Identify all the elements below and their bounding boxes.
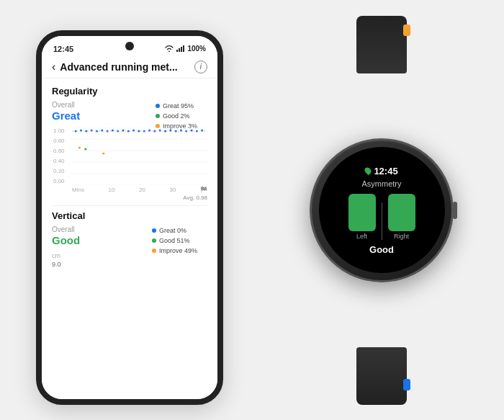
section-divider <box>52 205 207 206</box>
page-title: Advanced running met... <box>60 61 190 73</box>
status-time: 12:45 <box>53 45 73 53</box>
svg-rect-1 <box>179 48 180 52</box>
good-label: Good 2% <box>163 111 190 121</box>
watch-case: 12:45 Asymmetry Left Right <box>310 138 454 282</box>
phone-content: Regularity Overall Great Great 95% Go <box>42 79 217 275</box>
regularity-metric: Overall Great Great 95% Good 2% <box>52 101 207 122</box>
right-bar <box>388 194 415 231</box>
vertical-metric: Overall Good Great 0% Good 51% <box>52 225 207 246</box>
v-good-dot <box>152 238 156 243</box>
location-pin-icon <box>364 166 373 176</box>
watch-bar-right: Right <box>388 194 415 240</box>
chart-svg-container <box>72 128 207 185</box>
svg-rect-3 <box>183 45 184 52</box>
y-label-0: 1.00 <box>53 128 65 134</box>
watch-bars: Left Right <box>348 194 415 240</box>
x-label-mins: Mins <box>72 187 84 193</box>
watch-time-row: 12:45 <box>365 166 397 177</box>
status-icons: 100% <box>164 45 206 53</box>
chart-x-labels: Mins 10 20 30 🏁 <box>52 187 207 193</box>
good-dot <box>156 114 160 118</box>
x-label-flag: 🏁 <box>200 187 207 193</box>
chart-y-labels: 1.00 0.80 0.60 0.40 0.20 0.00 <box>52 128 66 185</box>
y-label-3: 0.40 <box>53 158 65 164</box>
watch-band-bottom <box>356 347 407 405</box>
regularity-chart: 1.00 0.80 0.60 0.40 0.20 0.00 <box>52 128 207 185</box>
chart-avg: Avg. 0.98 <box>52 195 207 201</box>
svg-point-35 <box>78 146 81 148</box>
regularity-title: Regularity <box>52 86 207 97</box>
svg-rect-0 <box>176 50 178 52</box>
phone-header: ‹ Advanced running met... i <box>42 56 217 79</box>
v-good-label: Good 51% <box>159 236 190 246</box>
watch-body: 12:45 Asymmetry Left Right <box>310 138 454 282</box>
watch-metric-title: Asymmetry <box>362 179 402 188</box>
watch-bar-left: Left <box>348 194 376 240</box>
y-label-4: 0.20 <box>53 168 65 174</box>
v-legend-row-good: Good 51% <box>152 236 197 246</box>
great-dot <box>156 104 160 108</box>
left-bar <box>348 194 376 231</box>
vertical-legend: Great 0% Good 51% Improve 49% <box>152 225 197 256</box>
legend-row-great: Great 95% <box>156 101 197 111</box>
y-label-2: 0.60 <box>53 148 65 154</box>
vertical-title: Vertical <box>52 210 207 221</box>
v-legend-row-great: Great 0% <box>152 225 197 236</box>
x-label-20: 20 <box>139 187 145 193</box>
watch-button <box>453 202 457 219</box>
battery-icon: 100% <box>187 45 206 53</box>
signal-icon <box>176 45 185 53</box>
v-improve-label: Improve 49% <box>159 246 197 256</box>
phone-screen: 12:45 <box>42 36 217 399</box>
legend-row-good: Good 2% <box>156 111 197 121</box>
wifi-icon <box>164 45 174 53</box>
scene: 12:45 <box>14 16 490 405</box>
v-improve-dot <box>152 249 156 253</box>
watch-time: 12:45 <box>374 166 397 177</box>
right-label: Right <box>394 233 409 240</box>
watch-clasp-orange <box>403 24 410 36</box>
watch: 12:45 Asymmetry Left Right <box>281 59 482 362</box>
y-label-5: 0.00 <box>53 178 65 184</box>
watch-screen: 12:45 Asymmetry Left Right <box>319 147 445 273</box>
svg-point-36 <box>84 148 86 150</box>
bar-divider <box>382 202 382 240</box>
phone-camera <box>125 42 134 50</box>
watch-status: Good <box>369 244 394 255</box>
back-button[interactable]: ‹ <box>52 61 55 73</box>
v-great-label: Great 0% <box>159 225 186 236</box>
y-label-1: 0.80 <box>53 138 65 144</box>
vertical-y-value: 9.0 <box>52 261 207 268</box>
great-label: Great 95% <box>163 101 194 111</box>
info-button[interactable]: i <box>194 61 207 73</box>
watch-band-top <box>356 16 407 73</box>
x-label-10: 10 <box>108 187 114 193</box>
x-label-30: 30 <box>169 187 176 193</box>
v-legend-row-improve: Improve 49% <box>152 246 197 256</box>
svg-rect-2 <box>181 47 182 52</box>
left-label: Left <box>356 233 367 240</box>
phone: 12:45 <box>36 30 223 405</box>
watch-clasp-blue <box>403 379 410 390</box>
svg-point-37 <box>102 152 104 154</box>
v-great-dot <box>152 228 156 233</box>
